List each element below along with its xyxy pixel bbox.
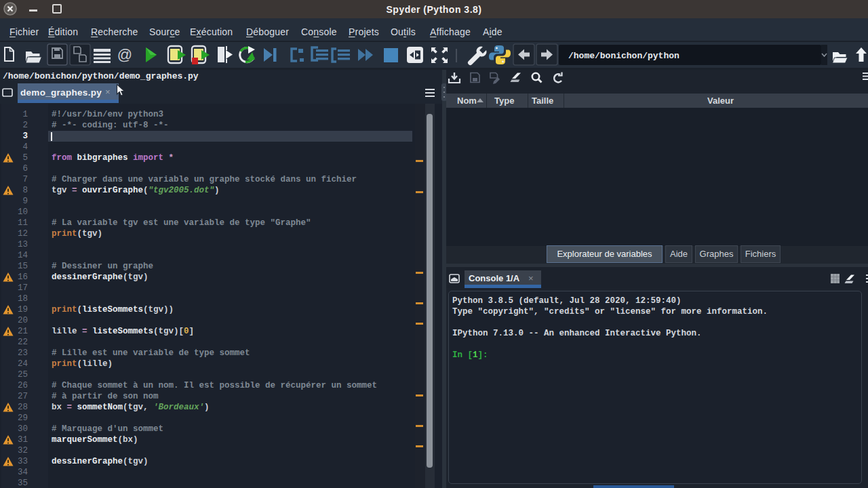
svg-text:@: @ xyxy=(117,46,132,63)
svg-text:/home/bonichon/python: /home/bonichon/python xyxy=(568,51,679,61)
